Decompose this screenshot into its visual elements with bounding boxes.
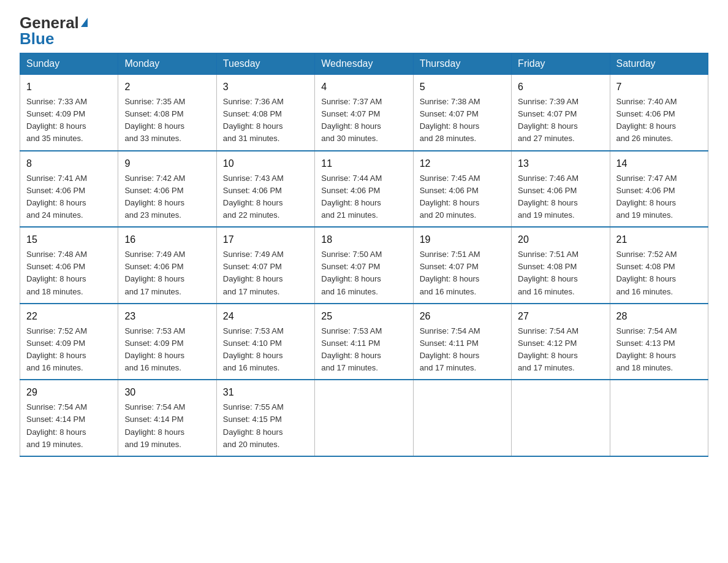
day-number: 8 <box>26 156 112 171</box>
day-number: 12 <box>420 156 505 171</box>
calendar-cell: 5Sunrise: 7:38 AMSunset: 4:07 PMDaylight… <box>413 75 511 151</box>
calendar-cell: 14Sunrise: 7:47 AMSunset: 4:06 PMDayligh… <box>610 151 708 228</box>
calendar-table: SundayMondayTuesdayWednesdayThursdayFrid… <box>20 53 708 457</box>
calendar-cell: 13Sunrise: 7:46 AMSunset: 4:06 PMDayligh… <box>512 151 610 228</box>
day-number: 23 <box>124 309 210 324</box>
day-number: 7 <box>616 80 702 94</box>
day-info: Sunrise: 7:45 AMSunset: 4:06 PMDaylight:… <box>420 172 505 222</box>
calendar-cell <box>413 380 511 456</box>
calendar-cell <box>512 380 610 456</box>
day-number: 27 <box>518 309 603 324</box>
column-header-wednesday: Wednesday <box>315 53 413 75</box>
day-number: 10 <box>223 156 308 171</box>
day-info: Sunrise: 7:44 AMSunset: 4:06 PMDaylight:… <box>321 172 406 222</box>
week-row-3: 15Sunrise: 7:48 AMSunset: 4:06 PMDayligh… <box>20 227 708 304</box>
page-header: General Blue <box>20 15 708 47</box>
day-info: Sunrise: 7:38 AMSunset: 4:07 PMDaylight:… <box>420 96 505 145</box>
day-number: 25 <box>321 309 406 324</box>
day-info: Sunrise: 7:36 AMSunset: 4:08 PMDaylight:… <box>223 96 308 145</box>
day-number: 13 <box>518 156 603 171</box>
day-info: Sunrise: 7:46 AMSunset: 4:06 PMDaylight:… <box>518 172 603 222</box>
calendar-cell: 4Sunrise: 7:37 AMSunset: 4:07 PMDaylight… <box>315 75 413 151</box>
calendar-cell: 24Sunrise: 7:53 AMSunset: 4:10 PMDayligh… <box>216 304 314 380</box>
calendar-cell: 16Sunrise: 7:49 AMSunset: 4:06 PMDayligh… <box>118 227 216 304</box>
column-header-monday: Monday <box>118 53 216 75</box>
day-info: Sunrise: 7:48 AMSunset: 4:06 PMDaylight:… <box>26 248 112 298</box>
calendar-cell: 8Sunrise: 7:41 AMSunset: 4:06 PMDaylight… <box>20 151 118 228</box>
day-info: Sunrise: 7:41 AMSunset: 4:06 PMDaylight:… <box>26 172 112 222</box>
day-number: 1 <box>26 80 112 94</box>
week-row-5: 29Sunrise: 7:54 AMSunset: 4:14 PMDayligh… <box>20 380 708 456</box>
calendar-cell: 25Sunrise: 7:53 AMSunset: 4:11 PMDayligh… <box>315 304 413 380</box>
day-info: Sunrise: 7:51 AMSunset: 4:08 PMDaylight:… <box>518 248 603 298</box>
column-header-saturday: Saturday <box>610 53 708 75</box>
calendar-cell <box>610 380 708 456</box>
day-info: Sunrise: 7:54 AMSunset: 4:14 PMDaylight:… <box>124 401 210 451</box>
day-info: Sunrise: 7:54 AMSunset: 4:14 PMDaylight:… <box>26 401 112 451</box>
calendar-cell: 1Sunrise: 7:33 AMSunset: 4:09 PMDaylight… <box>20 75 118 151</box>
day-number: 28 <box>616 309 702 324</box>
day-number: 2 <box>124 80 210 94</box>
column-header-thursday: Thursday <box>413 53 511 75</box>
calendar-cell: 30Sunrise: 7:54 AMSunset: 4:14 PMDayligh… <box>118 380 216 456</box>
calendar-cell: 29Sunrise: 7:54 AMSunset: 4:14 PMDayligh… <box>20 380 118 456</box>
day-info: Sunrise: 7:54 AMSunset: 4:13 PMDaylight:… <box>616 325 702 375</box>
day-info: Sunrise: 7:53 AMSunset: 4:09 PMDaylight:… <box>124 325 210 375</box>
day-number: 30 <box>124 385 210 400</box>
calendar-cell: 19Sunrise: 7:51 AMSunset: 4:07 PMDayligh… <box>413 227 511 304</box>
calendar-cell: 28Sunrise: 7:54 AMSunset: 4:13 PMDayligh… <box>610 304 708 380</box>
day-number: 20 <box>518 232 603 247</box>
day-info: Sunrise: 7:53 AMSunset: 4:11 PMDaylight:… <box>321 325 406 375</box>
day-info: Sunrise: 7:55 AMSunset: 4:15 PMDaylight:… <box>223 401 308 451</box>
day-number: 9 <box>124 156 210 171</box>
day-info: Sunrise: 7:53 AMSunset: 4:10 PMDaylight:… <box>223 325 308 375</box>
day-number: 19 <box>420 232 505 247</box>
calendar-cell: 23Sunrise: 7:53 AMSunset: 4:09 PMDayligh… <box>118 304 216 380</box>
day-info: Sunrise: 7:33 AMSunset: 4:09 PMDaylight:… <box>26 96 112 145</box>
day-info: Sunrise: 7:52 AMSunset: 4:08 PMDaylight:… <box>616 248 702 298</box>
calendar-cell: 15Sunrise: 7:48 AMSunset: 4:06 PMDayligh… <box>20 227 118 304</box>
week-row-2: 8Sunrise: 7:41 AMSunset: 4:06 PMDaylight… <box>20 151 708 228</box>
day-number: 3 <box>223 80 308 94</box>
calendar-cell: 20Sunrise: 7:51 AMSunset: 4:08 PMDayligh… <box>512 227 610 304</box>
day-number: 29 <box>26 385 112 400</box>
calendar-cell: 3Sunrise: 7:36 AMSunset: 4:08 PMDaylight… <box>216 75 314 151</box>
logo-blue-text: Blue <box>20 31 54 47</box>
calendar-cell: 6Sunrise: 7:39 AMSunset: 4:07 PMDaylight… <box>512 75 610 151</box>
day-info: Sunrise: 7:54 AMSunset: 4:11 PMDaylight:… <box>420 325 505 375</box>
day-info: Sunrise: 7:50 AMSunset: 4:07 PMDaylight:… <box>321 248 406 298</box>
calendar-cell: 9Sunrise: 7:42 AMSunset: 4:06 PMDaylight… <box>118 151 216 228</box>
day-number: 5 <box>420 80 505 94</box>
calendar-cell: 7Sunrise: 7:40 AMSunset: 4:06 PMDaylight… <box>610 75 708 151</box>
day-info: Sunrise: 7:39 AMSunset: 4:07 PMDaylight:… <box>518 96 603 145</box>
day-number: 22 <box>26 309 112 324</box>
day-number: 31 <box>223 385 308 400</box>
day-info: Sunrise: 7:51 AMSunset: 4:07 PMDaylight:… <box>420 248 505 298</box>
column-header-tuesday: Tuesday <box>216 53 314 75</box>
logo-triangle-icon <box>81 18 88 27</box>
day-info: Sunrise: 7:49 AMSunset: 4:06 PMDaylight:… <box>124 248 210 298</box>
day-number: 4 <box>321 80 406 94</box>
column-header-sunday: Sunday <box>20 53 118 75</box>
calendar-cell: 31Sunrise: 7:55 AMSunset: 4:15 PMDayligh… <box>216 380 314 456</box>
day-info: Sunrise: 7:47 AMSunset: 4:06 PMDaylight:… <box>616 172 702 222</box>
day-info: Sunrise: 7:43 AMSunset: 4:06 PMDaylight:… <box>223 172 308 222</box>
day-info: Sunrise: 7:52 AMSunset: 4:09 PMDaylight:… <box>26 325 112 375</box>
calendar-cell: 18Sunrise: 7:50 AMSunset: 4:07 PMDayligh… <box>315 227 413 304</box>
calendar-cell: 11Sunrise: 7:44 AMSunset: 4:06 PMDayligh… <box>315 151 413 228</box>
calendar-cell <box>315 380 413 456</box>
day-number: 16 <box>124 232 210 247</box>
day-info: Sunrise: 7:40 AMSunset: 4:06 PMDaylight:… <box>616 96 702 145</box>
day-number: 15 <box>26 232 112 247</box>
day-info: Sunrise: 7:54 AMSunset: 4:12 PMDaylight:… <box>518 325 603 375</box>
day-number: 18 <box>321 232 406 247</box>
week-row-1: 1Sunrise: 7:33 AMSunset: 4:09 PMDaylight… <box>20 75 708 151</box>
calendar-cell: 12Sunrise: 7:45 AMSunset: 4:06 PMDayligh… <box>413 151 511 228</box>
day-number: 21 <box>616 232 702 247</box>
day-number: 24 <box>223 309 308 324</box>
calendar-cell: 17Sunrise: 7:49 AMSunset: 4:07 PMDayligh… <box>216 227 314 304</box>
calendar-cell: 27Sunrise: 7:54 AMSunset: 4:12 PMDayligh… <box>512 304 610 380</box>
day-number: 6 <box>518 80 603 94</box>
day-info: Sunrise: 7:49 AMSunset: 4:07 PMDaylight:… <box>223 248 308 298</box>
day-number: 26 <box>420 309 505 324</box>
